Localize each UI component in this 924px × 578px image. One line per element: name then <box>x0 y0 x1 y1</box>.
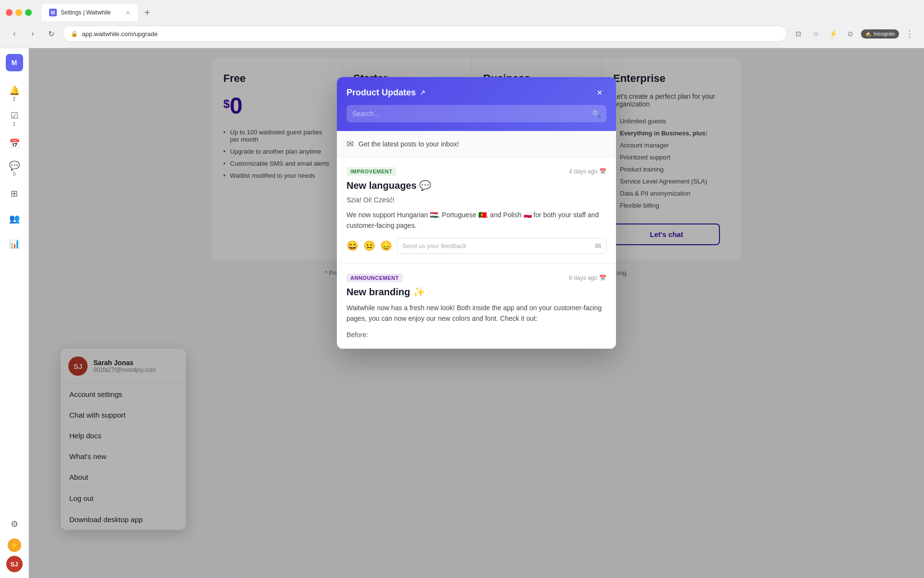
modal-search-row: 🔍 <box>346 105 606 122</box>
sidebar-item-tasks[interactable]: ☑ 1 <box>4 108 25 129</box>
feedback-input-1[interactable] <box>402 242 591 250</box>
tab-title: Settings | Waitwhile <box>61 9 122 16</box>
browser-toolbar: ‹ › ↻ 🔒 app.waitwhile.com/upgrade ⊡ ☆ ⚡ … <box>0 21 924 46</box>
product-updates-modal: Product Updates ↗ × 🔍 ✉ Get the latest p… <box>337 77 616 349</box>
browser-menu-button[interactable]: ⋮ <box>903 27 916 40</box>
profile-icon[interactable]: ⊙ <box>844 27 857 40</box>
post-feedback-row-1: 😄 😐 😞 ✉ <box>346 238 606 254</box>
grid-icon: ⊞ <box>11 188 18 199</box>
sidebar-item-users[interactable]: 👥 <box>4 208 25 229</box>
post-timestamp-1: 4 days ago 📅 <box>569 168 606 175</box>
chat-badge: 0 <box>13 171 16 177</box>
calendar-icon-post-2: 📅 <box>599 275 606 281</box>
sidebar-item-notifications[interactable]: 🔔 2 <box>4 83 25 104</box>
sidebar-item-settings[interactable]: ⚙ <box>4 513 25 535</box>
back-button[interactable]: ‹ <box>8 27 21 40</box>
modal-header: Product Updates ↗ × 🔍 <box>337 77 616 131</box>
subscribe-text: Get the latest posts to your inbox! <box>359 140 459 148</box>
notifications-icon: 🔔 <box>9 85 20 96</box>
incognito-badge: 🕵 Incognito <box>861 29 899 39</box>
app-layout: M 🔔 2 ☑ 1 📅 💬 0 ⊞ 👥 📊 ⚙ <box>0 48 924 578</box>
user-avatar-button[interactable]: SJ <box>6 556 23 572</box>
calendar-icon: 📅 <box>9 138 20 149</box>
main-content: Free $0 Up to 100 waitlisted guest parti… <box>29 48 924 578</box>
lightning-button[interactable]: ⚡ <box>8 539 21 552</box>
notifications-badge: 2 <box>13 96 16 102</box>
cast-icon[interactable]: ⊡ <box>792 27 805 40</box>
post-new-branding: ANNOUNCEMENT 6 days ago 📅 New branding ✨… <box>337 264 616 349</box>
settings-icon: ⚙ <box>11 519 18 529</box>
refresh-button[interactable]: ↻ <box>44 27 58 40</box>
post-meta-1: IMPROVEMENT 4 days ago 📅 <box>346 167 606 176</box>
sidebar-bottom: ⚙ ⚡ SJ <box>4 513 25 572</box>
modal-overlay: Product Updates ↗ × 🔍 ✉ Get the latest p… <box>29 48 924 578</box>
browser-tab[interactable]: M Settings | Waitwhile × <box>41 4 138 21</box>
mail-icon: ✉ <box>346 139 354 149</box>
sidebar-item-calendar[interactable]: 📅 <box>4 133 25 154</box>
sidebar-item-chat[interactable]: 💬 0 <box>4 158 25 179</box>
post-body-1: We now support Hungarian 🇭🇺, Portuguese … <box>346 210 606 231</box>
app-logo: M <box>6 54 23 71</box>
modal-title-row: Product Updates ↗ × <box>346 86 606 99</box>
sidebar-item-grid[interactable]: ⊞ <box>4 183 25 204</box>
post-badge-announcement: ANNOUNCEMENT <box>346 274 403 282</box>
send-icon[interactable]: ✉ <box>595 241 601 250</box>
emoji-neutral[interactable]: 😐 <box>363 240 375 251</box>
post-meta-2: ANNOUNCEMENT 6 days ago 📅 <box>346 274 606 282</box>
address-text: app.waitwhile.com/upgrade <box>82 30 158 38</box>
extensions-icon[interactable]: ⚡ <box>826 27 840 40</box>
modal-title-text: Product Updates <box>346 88 416 98</box>
bookmark-icon[interactable]: ☆ <box>809 27 822 40</box>
address-bar[interactable]: 🔒 app.waitwhile.com/upgrade <box>63 26 787 42</box>
maximize-window-button[interactable] <box>25 9 32 16</box>
post-badge-improvement: IMPROVEMENT <box>346 167 396 176</box>
post-subtitle-1: Szia! Oi! Cześć! <box>346 196 606 204</box>
traffic-lights <box>6 9 32 16</box>
modal-body: ✉ Get the latest posts to your inbox! IM… <box>337 131 616 349</box>
analytics-icon: 📊 <box>9 238 20 249</box>
sidebar-item-analytics[interactable]: 📊 <box>4 233 25 254</box>
before-label: Before: <box>346 331 606 339</box>
lock-icon: 🔒 <box>71 30 78 37</box>
emoji-sad[interactable]: 😞 <box>380 240 392 251</box>
post-title-1: New languages 💬 <box>346 180 606 191</box>
chat-icon: 💬 <box>9 160 20 171</box>
tasks-icon: ☑ <box>11 110 18 121</box>
post-body-2: Waitwhile now has a fresh new look! Both… <box>346 302 606 324</box>
new-tab-button[interactable]: + <box>140 4 155 21</box>
tab-favicon: M <box>49 9 57 16</box>
search-icon: 🔍 <box>592 109 602 118</box>
incognito-label: Incognito <box>873 31 895 37</box>
emoji-happy[interactable]: 😄 <box>346 240 359 251</box>
modal-search-input[interactable] <box>348 106 588 121</box>
incognito-icon: 🕵 <box>865 31 872 37</box>
post-timestamp-2: 6 days ago 📅 <box>569 275 606 281</box>
users-icon: 👥 <box>9 213 20 224</box>
modal-title: Product Updates ↗ <box>346 88 425 98</box>
toolbar-actions: ⊡ ☆ ⚡ ⊙ 🕵 Incognito ⋮ <box>792 27 916 40</box>
browser-tabs: M Settings | Waitwhile × + <box>0 0 924 21</box>
minimize-window-button[interactable] <box>15 9 22 16</box>
post-new-languages: IMPROVEMENT 4 days ago 📅 New languages 💬… <box>337 158 616 264</box>
external-link-icon[interactable]: ↗ <box>420 89 425 96</box>
tasks-badge: 1 <box>13 121 16 127</box>
icon-sidebar: M 🔔 2 ☑ 1 📅 💬 0 ⊞ 👥 📊 ⚙ <box>0 48 29 578</box>
feedback-input-wrapper-1: ✉ <box>397 238 606 254</box>
modal-close-button[interactable]: × <box>593 86 606 99</box>
calendar-icon-post: 📅 <box>599 168 606 175</box>
post-title-2: New branding ✨ <box>346 286 606 298</box>
subscribe-banner: ✉ Get the latest posts to your inbox! <box>337 131 616 158</box>
browser-chrome: M Settings | Waitwhile × + ‹ › ↻ 🔒 app.w… <box>0 0 924 48</box>
close-window-button[interactable] <box>6 9 13 16</box>
lightning-icon: ⚡ <box>10 541 18 549</box>
forward-button[interactable]: › <box>26 27 39 40</box>
tab-close-button[interactable]: × <box>126 9 130 16</box>
